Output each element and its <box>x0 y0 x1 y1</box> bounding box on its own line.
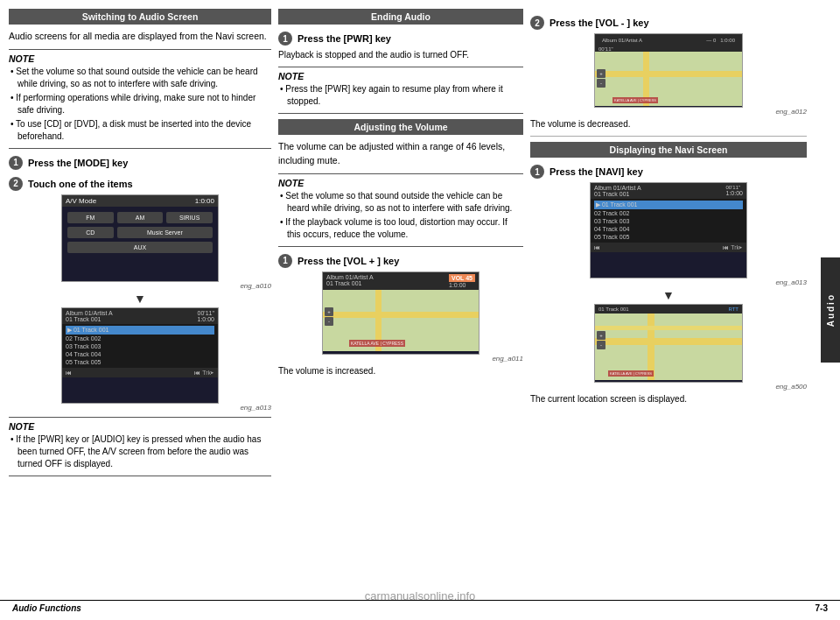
vol-down-screen: Album 01/Artist A— 0 1:0:00 00'11" KATEL… <box>594 33 743 108</box>
vol-down-map: KATELLA AVE | CYPRESS + - <box>595 52 742 106</box>
navi-screen1-caption: eng_a013 <box>530 278 807 286</box>
vol-up-screen: Album 01/Artist A 01 Track 001 VOL 45 1:… <box>322 271 480 355</box>
navi-track-2: 02 Track 002 <box>594 209 743 217</box>
track-screen-1: Album 01/Artist A 01 Track 001 00'11" 1:… <box>61 307 219 404</box>
navi-map-header: 01 Track 001RTT <box>595 305 742 314</box>
footer-right: 7-3 <box>816 603 828 613</box>
note-block-2: NOTE If the [PWR] key or [AUDIO] key is … <box>9 417 271 476</box>
navi-track-5: 05 Track 005 <box>594 233 743 241</box>
navi-track-controls: ⏮⏮ Trk▶ <box>591 243 746 252</box>
step2-num: 2 <box>9 177 23 191</box>
col-right: 2 Press the [VOL - ] key Album 01/Artist… <box>530 9 831 594</box>
vol-up-album: Album 01/Artist A <box>326 274 374 280</box>
track-item-2: 02 Track 002 <box>66 335 214 342</box>
note-item-1: Set the volume so that sound outside the… <box>9 66 271 90</box>
navi-track-1: ▶ 01 Track 001 <box>594 201 743 209</box>
note-title-3: NOTE <box>278 71 523 81</box>
navi-track-3: 03 Track 003 <box>594 217 743 225</box>
note-item-vol-1: Set the volume so that sound outside the… <box>278 190 523 215</box>
vol-time: 1:0:00 <box>449 282 475 288</box>
track-num-1: 01 Track 001 <box>66 316 113 322</box>
map-label-1: KATELLA AVE | CYPRESS <box>349 340 405 347</box>
step-vol-down-label: Press the [VOL - ] key <box>550 18 649 28</box>
vol-down-caption-text: The volume is decreased. <box>530 118 807 130</box>
vol-up-track: 01 Track 001 <box>326 280 374 286</box>
step-vol-down-header: 2 Press the [VOL - ] key <box>530 16 807 30</box>
track-item-5: 05 Track 005 <box>66 358 214 366</box>
av-title: A/V Mode <box>66 197 96 205</box>
step1-num: 1 <box>9 156 23 170</box>
pwr-desc: Playback is stopped and the audio is tur… <box>278 49 523 61</box>
map-ctrl-plus[interactable]: + <box>325 307 333 316</box>
navi-track-screen: Album 01/Artist A 01 Track 001 00'11" 1:… <box>590 182 747 278</box>
track-item-3: 03 Track 003 <box>66 342 214 350</box>
footer-left: Audio Functions <box>12 603 81 613</box>
section-ending-header: Ending Audio <box>278 9 523 25</box>
section-navi-header: Displaying the Navi Screen <box>530 142 807 158</box>
step1-header: 1 Press the [MODE] key <box>9 156 271 170</box>
av-btn-sirius[interactable]: SIRIUS <box>166 212 213 223</box>
switching-intro: Audio screens for all media are displaye… <box>9 30 271 44</box>
vol-up-caption-text: The volume is increased. <box>278 365 523 377</box>
note-item-2: If performing operations while driving, … <box>9 92 271 116</box>
col-mid: Ending Audio 1 Press the [PWR] key Playb… <box>278 9 523 594</box>
av-btn-fm[interactable]: FM <box>67 212 114 223</box>
note-title-2: NOTE <box>9 421 271 432</box>
track-header-1: Album 01/Artist A 01 Track 001 00'11" 1:… <box>62 308 218 324</box>
av-screen-caption: eng_a010 <box>9 282 271 290</box>
step-vol-up-label: Press the [VOL + ] key <box>298 256 399 266</box>
step-pwr-num: 1 <box>278 32 292 46</box>
av-time: 1:0:00 <box>195 197 214 205</box>
step-vol-down-num: 2 <box>530 16 544 30</box>
navi-screen2-caption: eng_a500 <box>530 383 807 391</box>
navi-track-list: ▶ 01 Track 001 02 Track 002 03 Track 003… <box>591 199 746 243</box>
av-btn-aux[interactable]: AUX <box>67 242 213 253</box>
step-vol-up-num: 1 <box>278 254 292 268</box>
av-btn-am[interactable]: AM <box>117 212 164 223</box>
col-left: Switching to Audio Screen Audio screens … <box>9 9 271 594</box>
track-list-1: ▶ 01 Track 001 02 Track 002 03 Track 003… <box>62 324 218 368</box>
note-title-4: NOTE <box>278 178 523 188</box>
vol-map: KATELLA AVE | CYPRESS + - <box>323 290 479 351</box>
step1-label: Press the [MODE] key <box>28 158 128 168</box>
vol-up-caption-code: eng_a011 <box>278 355 523 363</box>
step-pwr-label: Press the [PWR] key <box>298 33 391 44</box>
vol-up-header: Album 01/Artist A 01 Track 001 VOL 45 1:… <box>323 272 479 290</box>
av-buttons-grid: FM AM SIRIUS CD Music Server AUX <box>62 207 218 258</box>
av-btn-music-server[interactable]: Music Server <box>117 227 213 238</box>
navi-map-plus[interactable]: + <box>597 331 606 340</box>
navi-track: 01 Track 001 <box>594 191 641 197</box>
map-ctrl-minus[interactable]: - <box>325 317 333 326</box>
track-screen-caption-1: eng_a013 <box>9 404 271 412</box>
navi-map-minus[interactable]: - <box>597 341 606 349</box>
arrow-down-1: ▼ <box>9 292 271 306</box>
step-pwr-header: 1 Press the [PWR] key <box>278 32 523 46</box>
note-item-pwr: Press the [PWR] key again to resume play… <box>278 83 523 108</box>
map-road-h <box>323 312 479 318</box>
vol-down-map-minus[interactable]: - <box>597 79 606 88</box>
navi-track-4: 04 Track 004 <box>594 225 743 233</box>
step-navi-num: 1 <box>530 165 544 179</box>
vol-down-header: Album 01/Artist A— 0 1:0:00 <box>595 34 742 46</box>
note-block-1: NOTE Set the volume so that sound outsid… <box>9 49 271 149</box>
step-vol-up-header: 1 Press the [VOL + ] key <box>278 254 523 268</box>
step-navi-header: 1 Press the [NAVI] key <box>530 165 807 179</box>
note-block-4: NOTE Set the volume so that sound outsid… <box>278 173 523 247</box>
step2-label: Touch one of the items <box>28 179 133 189</box>
arrow-down-2: ▼ <box>530 288 807 302</box>
note-block-3: NOTE Press the [PWR] key again to resume… <box>278 67 523 114</box>
track-item-1: ▶ 01 Track 001 <box>66 326 214 335</box>
av-btn-cd[interactable]: CD <box>67 227 114 238</box>
av-mode-screen: A/V Mode 1:0:00 FM AM SIRIUS CD Music Se… <box>61 194 219 282</box>
av-header: A/V Mode 1:0:00 <box>62 195 218 207</box>
note-item-bottom: If the [PWR] key or [AUDIO] key is press… <box>9 433 271 470</box>
note-item-3: To use [CD] or [DVD], a disk must be ins… <box>9 118 271 143</box>
navi-map-screen: 01 Track 001RTT KATELLA AVE | CYPRESS + … <box>594 304 743 383</box>
map-controls: + - <box>325 307 333 326</box>
navi-time2: 1:0:00 <box>726 190 743 196</box>
track-controls-1: ⏮⏮ Trk▶ <box>62 368 218 377</box>
sidebar-tab: Audio <box>821 257 840 363</box>
watermark: carmanualsonline.info <box>365 589 475 602</box>
vol-down-map-plus[interactable]: + <box>597 69 606 78</box>
navi-map-area: KATELLA AVE | CYPRESS + - <box>595 314 742 380</box>
